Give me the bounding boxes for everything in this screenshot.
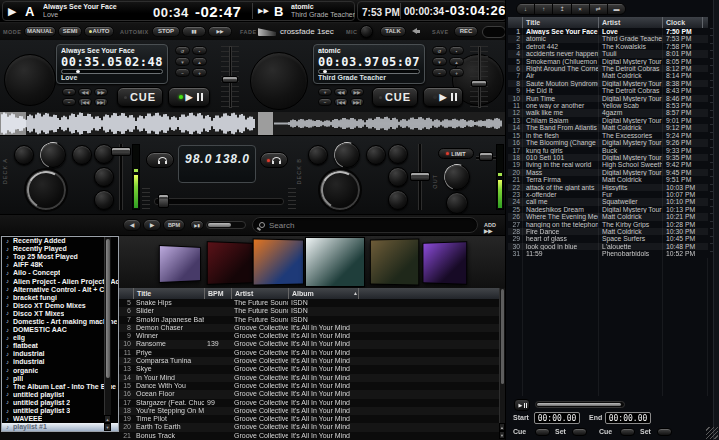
sidebar-item[interactable]: ♪ellg [2,334,118,342]
queue-row[interactable]: 17kung fu girlsBuck9:33 PM [508,147,708,154]
deck-a-play-button[interactable]: ▶ [168,87,210,107]
queue-row[interactable]: 19living in the real worldHigh School Sw… [508,161,708,168]
deck-b-pitch-up-button[interactable]: ▲ [449,57,464,66]
deck-b-stop-button[interactable]: ▪ [449,46,464,55]
sidebar-item[interactable]: ♪The Album Leaf - Into The Blue [2,383,118,391]
track-row[interactable]: 16Ocean FloorGroove CollectiveIt's All I… [119,390,499,398]
cue-preview-play-button[interactable]: ▶ [514,399,530,411]
track-row[interactable]: 18You're Stepping On My DaisGroove Colle… [119,407,499,415]
automix-stop-button[interactable]: STOP [152,26,180,37]
sidebar-scroll-down[interactable]: ▼ [104,423,111,431]
deck-a-pitch-slider[interactable] [221,46,239,108]
queue-header-artist[interactable]: Artist [598,17,662,28]
deck-b-rewind-button[interactable]: ◀◀ [334,88,348,96]
queue-row[interactable]: 4accidents never happenTuuli8:01 PM [508,50,708,57]
speaker-icon[interactable] [412,28,417,34]
sidebar-item[interactable]: ♪industrial [2,358,118,366]
sidebar-item[interactable]: ♪Recently Played [2,245,118,253]
deck-b-play-button[interactable]: ▶ [423,87,463,107]
sidebar-item[interactable]: ♪untitled playlist [2,391,118,399]
deck-b-eq-mid-knob[interactable] [388,167,408,187]
record-button[interactable]: REC [454,26,478,37]
track-row[interactable]: 12Comparsa TuninaGroove CollectiveIt's A… [119,357,499,365]
mic-level-knob[interactable] [360,25,373,38]
automix-pause-button[interactable]: ▮▮ [182,26,206,37]
deck-a-volume-fader[interactable] [111,147,131,156]
sidebar-scroll-thumb[interactable] [106,239,110,378]
deck-b-loop-button[interactable]: ↺ [432,46,447,55]
preview-progress[interactable] [206,221,246,229]
start-time-field[interactable] [534,412,580,424]
preview-play-button[interactable]: ▶▮ [190,220,204,230]
queue-row[interactable]: 24call meSquatweiler10:10 PM [508,198,708,205]
deck-a-jog-knob[interactable] [4,54,56,106]
sidebar-item[interactable]: ♪DOMESTIC AAC [2,326,118,334]
track-row[interactable]: 19Time PilotGroove CollectiveIt's All In… [119,415,499,423]
deck-a-pitch-up-button[interactable]: ▲ [192,57,207,66]
deck-b-headphone-cue-button[interactable] [260,152,288,168]
sidebar-item[interactable]: ♪Ailo - Concept [2,269,118,277]
sidebar-item[interactable]: ♪AIFF 48K [2,261,118,269]
limiter-button[interactable]: LIMIT [438,148,474,159]
sidebar-scroll-up[interactable]: ▲ [104,415,111,423]
sidebar-item[interactable]: ♪untitled playlist 2 [2,399,118,407]
tracklist-header-album[interactable]: Album [288,288,353,299]
deck-a-nudge-minus-button[interactable]: − [62,98,76,106]
bpm-analyze-button[interactable]: BPM [163,219,185,231]
queue-move-top-button[interactable]: ↥ [553,4,571,14]
deck-b-forward-button[interactable]: ▶▶ [350,88,364,96]
sidebar-item[interactable]: ♪Top 25 Most Played [2,253,118,261]
queue-header-title[interactable]: Title [522,17,598,28]
album-art[interactable] [423,241,468,285]
queue-row[interactable]: 15in the fleshThe Excessories9:24 PM [508,132,708,139]
deck-b-nudge-plus-button[interactable]: + [318,88,332,96]
deck-b-next-track-button[interactable]: ▶▶| [350,98,364,106]
deck-a-pitch-down-button[interactable]: ▼ [175,57,190,66]
sidebar-item[interactable]: ♪Disco XT Demo Mixes [2,302,118,310]
search-box[interactable] [252,217,478,233]
crossfader-thumb[interactable] [158,194,169,208]
master-volume-knob[interactable] [444,164,470,190]
booth-volume-knob[interactable] [446,192,468,214]
headphone-mix-fader-left[interactable] [142,188,150,212]
tracklist-header-artist[interactable]: Artist [231,288,288,299]
deck-b-filter-knob[interactable] [366,145,386,165]
deck-b-seek-bar[interactable] [318,69,420,74]
browser-back-button[interactable]: ◀ [123,219,141,231]
sidebar-item[interactable]: ♪WAVEEE [2,415,118,423]
queue-row[interactable]: 3111:59Phenobarbidols10:52 PM [508,250,708,257]
queue-row[interactable]: 9He Did ItThe Detroit Cobras8:43 PM [508,87,708,94]
track-row[interactable]: 10Ransome139Groove CollectiveIt's All In… [119,340,499,348]
deck-b-pitch-down-button[interactable]: ▼ [432,57,447,66]
track-row[interactable]: 15Dance With YouGroove CollectiveIt's Al… [119,382,499,390]
crossfader-track[interactable] [154,198,284,205]
deck-a-headphone-cue-button[interactable] [146,152,174,168]
deck-a-next-track-button[interactable]: ▶▶| [94,98,108,106]
queue-row[interactable]: 22attack of the giant antsHissyfits10:03… [508,184,708,191]
queue-row[interactable]: 21Terra FirmaMatt Coldrick9:51 PM [508,176,708,183]
deck-a-minus-button[interactable]: − [175,68,190,77]
sidebar-item[interactable]: ♪flatbeat [2,342,118,350]
search-input[interactable] [269,221,471,230]
queue-row[interactable]: 13Chilam BalamDigital Mystery Tour9:01 P… [508,117,708,124]
track-row[interactable]: 7Smokin Japanese BabeThe Future Sound Of… [119,316,499,324]
cue-preview-progress[interactable] [535,401,625,408]
sidebar-scrollbar[interactable] [104,237,111,415]
queue-row[interactable]: 18010 Seti 101Digital Mystery Tour9:35 P… [508,154,708,161]
deck-b-pitch-thumb[interactable] [471,80,487,87]
deck-a-prev-track-button[interactable]: |◀◀ [78,98,92,106]
deck-a-pitch-thumb[interactable] [222,76,238,83]
deck-a-stop-button[interactable]: ▪ [192,46,207,55]
cue-end-button[interactable] [620,428,635,436]
deck-b-volume-fader[interactable] [410,172,430,181]
queue-delete-button[interactable]: × [572,4,590,14]
save-button[interactable]: SAVE [432,29,449,35]
queue-scrollbar[interactable] [713,0,719,440]
album-art[interactable] [253,238,304,285]
mode-semi-button[interactable]: SEMI [58,26,82,37]
queue-move-up-button[interactable]: ↑ [535,4,553,14]
album-art[interactable] [159,245,201,283]
crossfade-setting[interactable]: crossfade 1sec [280,27,334,36]
add-to-queue-button[interactable]: ADD ▶▶ [484,222,505,234]
track-row[interactable]: 14In Your MindGroove CollectiveIt's All … [119,374,499,382]
